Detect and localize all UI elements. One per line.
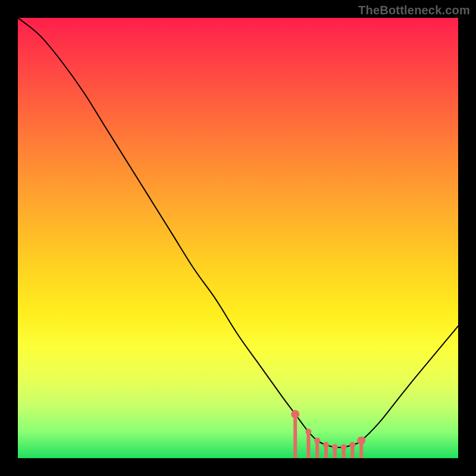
marker-dot bbox=[291, 410, 299, 418]
marker-dot bbox=[357, 436, 365, 444]
marker-dot bbox=[332, 444, 338, 450]
watermark-text: TheBottleneck.com bbox=[358, 4, 470, 17]
marker-dot bbox=[349, 442, 355, 448]
marker-dot bbox=[341, 444, 347, 450]
bottleneck-curve bbox=[18, 18, 458, 447]
curve-markers bbox=[291, 410, 365, 457]
chart-container: TheBottleneck.com bbox=[0, 0, 476, 476]
marker-dot bbox=[323, 442, 329, 448]
marker-dot bbox=[314, 437, 320, 443]
plot-area bbox=[18, 18, 458, 458]
marker-dot bbox=[305, 429, 311, 435]
curve-overlay bbox=[18, 18, 458, 458]
